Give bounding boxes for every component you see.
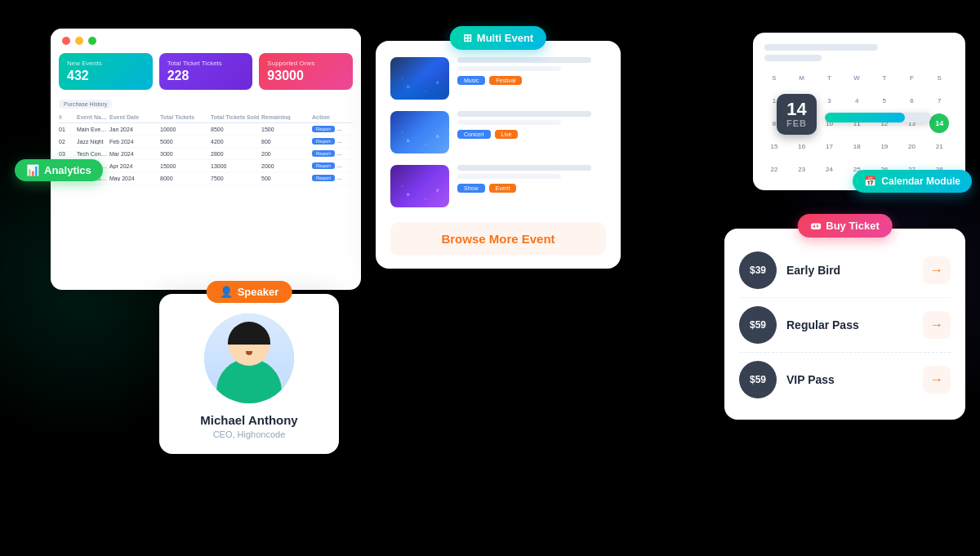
ticket-option-early-bird: $39 Early Bird →	[739, 243, 951, 298]
table-row: 01 Main Event Concert Jan 2024 10000 850…	[59, 123, 353, 136]
col-remaining: Remaining	[261, 114, 310, 120]
buy-ticket-card: 🎟 Buy Ticket $39 Early Bird → $59 Regula…	[724, 229, 965, 420]
cal-line-2	[764, 55, 822, 61]
event-thumb-1	[390, 57, 449, 100]
multi-event-badge-label: Multi Event	[477, 32, 533, 44]
cal-header-mon: M	[792, 68, 812, 87]
progress-bar-fill	[825, 113, 905, 122]
stat-total-tickets: Total Ticket Tickets 228	[159, 53, 253, 90]
arrow-button-regular[interactable]: →	[923, 311, 951, 339]
col-event-name: Event Name	[77, 114, 108, 120]
cal-line-1	[764, 44, 878, 51]
tag-show: Show	[457, 184, 485, 193]
col-num: #	[59, 114, 75, 120]
crowd-visual-2	[390, 111, 449, 153]
event-tags-1: Music Festival	[457, 76, 606, 85]
table-row: 05 Food Festival May 2024 8000 7500 500 …	[59, 172, 353, 185]
speaker-badge-label: Speaker	[238, 286, 279, 298]
cal-day[interactable]: 4	[847, 91, 866, 110]
cal-day[interactable]: 23	[792, 159, 812, 179]
price-circle-regular: $59	[739, 306, 777, 344]
cal-day[interactable]: 21	[929, 136, 949, 156]
cal-day[interactable]: 15	[764, 136, 784, 156]
date-day: 14	[786, 100, 807, 118]
analytics-badge-label: Analytics	[44, 164, 91, 176]
maximize-button[interactable]	[88, 37, 96, 45]
stats-row: New Events 432 Total Ticket Tickets 228 …	[51, 53, 361, 96]
event-info-2: Concert Live	[457, 111, 606, 139]
close-button[interactable]	[62, 37, 70, 45]
date-month: FEB	[786, 118, 807, 128]
event-thumb-2	[390, 111, 449, 153]
avatar-bg	[204, 314, 294, 403]
price-circle-early-bird: $39	[739, 251, 777, 289]
multi-event-badge: ⊞ Multi Event	[450, 26, 546, 50]
ticket-name-regular: Regular Pass	[786, 318, 913, 331]
cal-header-tue: T	[819, 68, 839, 87]
cal-header-lines	[764, 44, 954, 61]
avatar-hair	[228, 322, 270, 345]
arrow-button-early-bird[interactable]: →	[923, 256, 951, 284]
event-item-3: Show Event	[390, 165, 606, 207]
chart-icon: 📊	[26, 164, 39, 176]
col-action: Action	[312, 114, 353, 120]
avatar	[204, 314, 294, 403]
stat-total-tickets-label: Total Ticket Tickets	[167, 60, 245, 67]
browse-more-button[interactable]: Browse More Event	[390, 222, 606, 256]
report-btn[interactable]: Report	[312, 138, 335, 145]
minimize-button[interactable]	[75, 37, 83, 45]
arrow-button-vip[interactable]: →	[923, 366, 951, 394]
tag-concert: Concert	[457, 130, 491, 139]
report-btn[interactable]: Report	[312, 175, 335, 181]
event-tags-3: Show Event	[457, 184, 606, 193]
speaker-name: Michael Anthony	[176, 413, 323, 427]
tag-festival: Festival	[489, 76, 522, 85]
ticket-icon: 🎟	[810, 220, 821, 232]
analytics-card: New Events 432 Total Ticket Tickets 228 …	[51, 29, 361, 290]
report-btn[interactable]: Report	[312, 162, 335, 169]
analytics-badge: 📊 Analytics	[15, 159, 103, 181]
ticket-option-vip: $59 VIP Pass →	[739, 353, 951, 407]
tag-music: Music	[457, 76, 485, 85]
buy-ticket-badge: 🎟 Buy Ticket	[797, 214, 893, 238]
stat-new-events: New Events 432	[59, 53, 153, 90]
event-title-placeholder	[457, 111, 591, 117]
event-subtitle-placeholder	[457, 66, 561, 71]
stat-total-tickets-value: 228	[167, 69, 245, 83]
cal-day[interactable]: 20	[902, 136, 922, 156]
cal-day[interactable]: 18	[847, 136, 866, 156]
event-item-2: Concert Live	[390, 111, 606, 153]
cal-day[interactable]: 22	[764, 159, 784, 179]
event-item-1: Music Festival	[390, 57, 606, 100]
cal-day[interactable]: 5	[875, 91, 894, 110]
event-title-placeholder	[457, 165, 591, 171]
report-btn[interactable]: Report	[312, 126, 335, 132]
event-info-3: Show Event	[457, 165, 606, 193]
cal-day[interactable]: 7	[929, 91, 949, 110]
report-btn[interactable]: Report	[312, 150, 335, 157]
ticket-name-early-bird: Early Bird	[786, 264, 913, 277]
cal-day[interactable]: 3	[819, 91, 839, 110]
ticket-option-regular: $59 Regular Pass →	[739, 298, 951, 353]
col-date: Event Date	[109, 114, 158, 120]
price-circle-vip: $59	[739, 361, 777, 398]
buy-ticket-badge-label: Buy Ticket	[826, 220, 880, 232]
table-col-headers: # Event Name Event Date Total Tickets To…	[59, 112, 353, 123]
cal-day[interactable]: 24	[819, 159, 839, 179]
cal-day[interactable]: 19	[875, 136, 894, 156]
cal-day[interactable]: 17	[819, 136, 839, 156]
filter-pill-1[interactable]: Purchase History	[59, 100, 112, 109]
table-filters: Purchase History	[59, 100, 353, 109]
crowd-visual	[390, 57, 449, 100]
cal-day[interactable]: 6	[902, 91, 922, 110]
event-info-1: Music Festival	[457, 57, 606, 85]
ticket-name-vip: VIP Pass	[786, 373, 913, 386]
calendar-module-label: Calendar Module	[881, 176, 960, 187]
cal-day[interactable]: 16	[792, 136, 812, 156]
col-total: Total Tickets	[160, 114, 209, 120]
titlebar	[51, 29, 361, 53]
cal-header-fri: F	[902, 68, 922, 87]
stat-supported: Supported Ones 93000	[259, 53, 353, 90]
cal-day-highlighted[interactable]: 14	[929, 113, 949, 133]
speaker-card: 👤 Speaker Michael Anthony CEO, Highoncod…	[159, 294, 339, 454]
